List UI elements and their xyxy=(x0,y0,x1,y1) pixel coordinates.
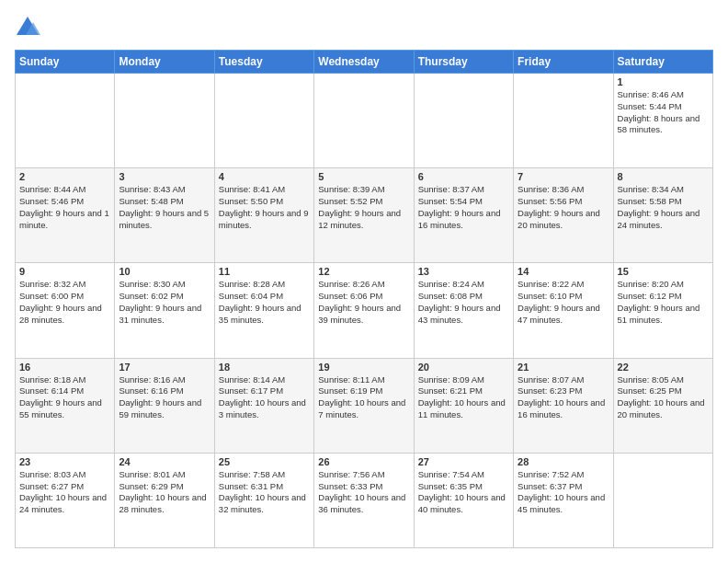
day-number: 26 xyxy=(318,456,409,467)
day-cell xyxy=(314,74,414,168)
day-info: Sunrise: 8:24 AM Sunset: 6:08 PM Dayligh… xyxy=(418,279,509,326)
day-cell xyxy=(414,74,513,168)
day-number: 11 xyxy=(219,266,310,277)
day-info: Sunrise: 7:52 AM Sunset: 6:37 PM Dayligh… xyxy=(518,469,609,516)
logo xyxy=(15,15,42,40)
week-row-1: 1Sunrise: 8:46 AM Sunset: 5:44 PM Daylig… xyxy=(16,74,713,168)
day-info: Sunrise: 8:01 AM Sunset: 6:29 PM Dayligh… xyxy=(119,469,210,516)
day-info: Sunrise: 8:44 AM Sunset: 5:46 PM Dayligh… xyxy=(19,184,110,231)
day-cell xyxy=(514,74,613,168)
day-cell: 25Sunrise: 7:58 AM Sunset: 6:31 PM Dayli… xyxy=(214,453,313,547)
day-info: Sunrise: 8:30 AM Sunset: 6:02 PM Dayligh… xyxy=(119,279,210,326)
week-row-5: 23Sunrise: 8:03 AM Sunset: 6:27 PM Dayli… xyxy=(16,453,713,547)
day-info: Sunrise: 8:03 AM Sunset: 6:27 PM Dayligh… xyxy=(19,469,110,516)
day-cell: 15Sunrise: 8:20 AM Sunset: 6:12 PM Dayli… xyxy=(613,263,712,358)
day-number: 27 xyxy=(418,456,509,467)
col-header-sunday: Sunday xyxy=(16,51,115,74)
col-header-saturday: Saturday xyxy=(613,51,712,74)
day-info: Sunrise: 7:54 AM Sunset: 6:35 PM Dayligh… xyxy=(418,469,509,516)
col-header-thursday: Thursday xyxy=(414,51,513,74)
week-row-4: 16Sunrise: 8:18 AM Sunset: 6:14 PM Dayli… xyxy=(16,358,713,453)
day-number: 7 xyxy=(518,171,609,182)
day-number: 21 xyxy=(518,362,609,373)
week-row-3: 9Sunrise: 8:32 AM Sunset: 6:00 PM Daylig… xyxy=(16,263,713,358)
day-cell: 16Sunrise: 8:18 AM Sunset: 6:14 PM Dayli… xyxy=(16,358,115,453)
day-number: 20 xyxy=(418,362,509,373)
day-cell: 10Sunrise: 8:30 AM Sunset: 6:02 PM Dayli… xyxy=(115,263,214,358)
day-number: 19 xyxy=(318,362,409,373)
day-info: Sunrise: 8:36 AM Sunset: 5:56 PM Dayligh… xyxy=(518,184,609,231)
day-number: 8 xyxy=(618,171,709,182)
day-cell: 3Sunrise: 8:43 AM Sunset: 5:48 PM Daylig… xyxy=(115,168,214,263)
day-number: 6 xyxy=(418,171,509,182)
day-info: Sunrise: 8:09 AM Sunset: 6:21 PM Dayligh… xyxy=(418,374,509,421)
col-header-monday: Monday xyxy=(115,51,214,74)
day-cell xyxy=(214,74,313,168)
day-info: Sunrise: 7:56 AM Sunset: 6:33 PM Dayligh… xyxy=(318,469,409,516)
day-cell: 24Sunrise: 8:01 AM Sunset: 6:29 PM Dayli… xyxy=(115,453,214,547)
day-number: 4 xyxy=(219,171,310,182)
calendar: SundayMondayTuesdayWednesdayThursdayFrid… xyxy=(15,50,713,548)
day-info: Sunrise: 8:46 AM Sunset: 5:44 PM Dayligh… xyxy=(618,89,709,136)
day-info: Sunrise: 8:18 AM Sunset: 6:14 PM Dayligh… xyxy=(19,374,110,421)
day-number: 1 xyxy=(618,76,709,87)
day-info: Sunrise: 8:07 AM Sunset: 6:23 PM Dayligh… xyxy=(518,374,609,421)
header xyxy=(15,15,713,40)
day-cell: 7Sunrise: 8:36 AM Sunset: 5:56 PM Daylig… xyxy=(514,168,613,263)
day-info: Sunrise: 8:32 AM Sunset: 6:00 PM Dayligh… xyxy=(19,279,110,326)
page: SundayMondayTuesdayWednesdayThursdayFrid… xyxy=(0,0,728,563)
day-cell: 14Sunrise: 8:22 AM Sunset: 6:10 PM Dayli… xyxy=(514,263,613,358)
day-cell: 20Sunrise: 8:09 AM Sunset: 6:21 PM Dayli… xyxy=(414,358,513,453)
logo-icon xyxy=(15,15,40,40)
day-number: 3 xyxy=(119,171,210,182)
day-cell: 27Sunrise: 7:54 AM Sunset: 6:35 PM Dayli… xyxy=(414,453,513,547)
day-number: 9 xyxy=(19,266,110,277)
day-cell: 17Sunrise: 8:16 AM Sunset: 6:16 PM Dayli… xyxy=(115,358,214,453)
week-row-2: 2Sunrise: 8:44 AM Sunset: 5:46 PM Daylig… xyxy=(16,168,713,263)
day-cell: 18Sunrise: 8:14 AM Sunset: 6:17 PM Dayli… xyxy=(214,358,313,453)
day-cell: 19Sunrise: 8:11 AM Sunset: 6:19 PM Dayli… xyxy=(314,358,414,453)
day-cell xyxy=(115,74,214,168)
day-cell: 21Sunrise: 8:07 AM Sunset: 6:23 PM Dayli… xyxy=(514,358,613,453)
col-header-tuesday: Tuesday xyxy=(214,51,313,74)
day-info: Sunrise: 8:43 AM Sunset: 5:48 PM Dayligh… xyxy=(119,184,210,231)
col-header-friday: Friday xyxy=(514,51,613,74)
day-number: 23 xyxy=(19,456,110,467)
day-info: Sunrise: 8:14 AM Sunset: 6:17 PM Dayligh… xyxy=(219,374,310,421)
day-number: 25 xyxy=(219,456,310,467)
col-header-wednesday: Wednesday xyxy=(314,51,414,74)
day-cell: 5Sunrise: 8:39 AM Sunset: 5:52 PM Daylig… xyxy=(314,168,414,263)
day-info: Sunrise: 8:28 AM Sunset: 6:04 PM Dayligh… xyxy=(219,279,310,326)
day-cell: 22Sunrise: 8:05 AM Sunset: 6:25 PM Dayli… xyxy=(613,358,712,453)
day-info: Sunrise: 8:22 AM Sunset: 6:10 PM Dayligh… xyxy=(518,279,609,326)
day-cell: 4Sunrise: 8:41 AM Sunset: 5:50 PM Daylig… xyxy=(214,168,313,263)
day-cell: 28Sunrise: 7:52 AM Sunset: 6:37 PM Dayli… xyxy=(514,453,613,547)
day-number: 17 xyxy=(119,362,210,373)
day-number: 16 xyxy=(19,362,110,373)
day-cell xyxy=(613,453,712,547)
day-number: 22 xyxy=(618,362,709,373)
day-cell: 12Sunrise: 8:26 AM Sunset: 6:06 PM Dayli… xyxy=(314,263,414,358)
day-info: Sunrise: 8:16 AM Sunset: 6:16 PM Dayligh… xyxy=(119,374,210,421)
day-number: 5 xyxy=(318,171,409,182)
day-number: 24 xyxy=(119,456,210,467)
day-cell: 13Sunrise: 8:24 AM Sunset: 6:08 PM Dayli… xyxy=(414,263,513,358)
day-cell: 1Sunrise: 8:46 AM Sunset: 5:44 PM Daylig… xyxy=(613,74,712,168)
day-cell: 2Sunrise: 8:44 AM Sunset: 5:46 PM Daylig… xyxy=(16,168,115,263)
day-info: Sunrise: 8:05 AM Sunset: 6:25 PM Dayligh… xyxy=(618,374,709,421)
day-info: Sunrise: 8:11 AM Sunset: 6:19 PM Dayligh… xyxy=(318,374,409,421)
day-info: Sunrise: 8:26 AM Sunset: 6:06 PM Dayligh… xyxy=(318,279,409,326)
day-number: 14 xyxy=(518,266,609,277)
day-number: 10 xyxy=(119,266,210,277)
day-number: 12 xyxy=(318,266,409,277)
day-cell: 11Sunrise: 8:28 AM Sunset: 6:04 PM Dayli… xyxy=(214,263,313,358)
day-cell: 23Sunrise: 8:03 AM Sunset: 6:27 PM Dayli… xyxy=(16,453,115,547)
day-info: Sunrise: 8:34 AM Sunset: 5:58 PM Dayligh… xyxy=(618,184,709,231)
day-info: Sunrise: 8:37 AM Sunset: 5:54 PM Dayligh… xyxy=(418,184,509,231)
day-info: Sunrise: 8:20 AM Sunset: 6:12 PM Dayligh… xyxy=(618,279,709,326)
day-number: 2 xyxy=(19,171,110,182)
day-cell: 8Sunrise: 8:34 AM Sunset: 5:58 PM Daylig… xyxy=(613,168,712,263)
day-number: 28 xyxy=(518,456,609,467)
day-number: 15 xyxy=(618,266,709,277)
day-cell: 6Sunrise: 8:37 AM Sunset: 5:54 PM Daylig… xyxy=(414,168,513,263)
